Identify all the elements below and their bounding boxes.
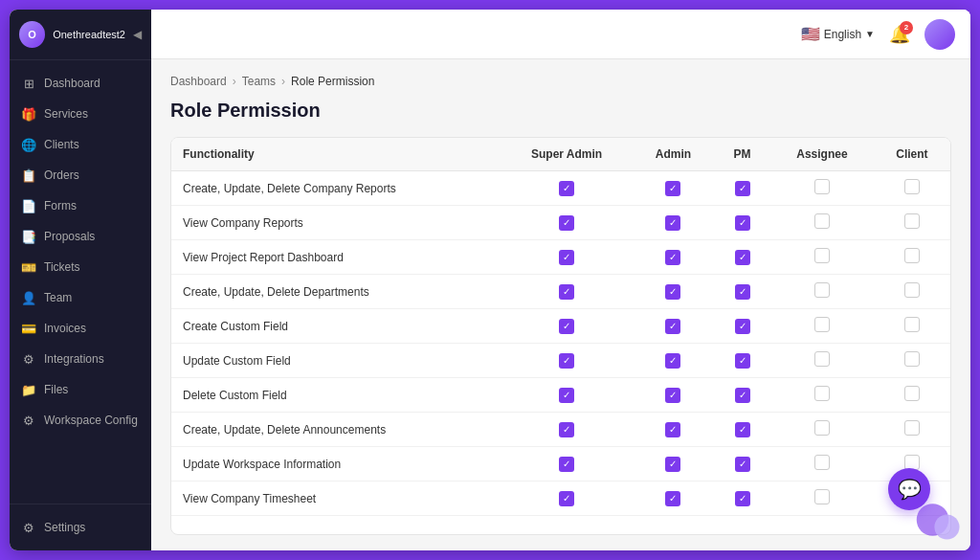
cell-client[interactable]	[874, 309, 950, 344]
sidebar-item-dashboard[interactable]: ⊞ Dashboard	[10, 68, 151, 99]
cell-client[interactable]	[874, 344, 950, 378]
cell-client[interactable]	[874, 240, 950, 275]
cell-client[interactable]	[874, 171, 950, 206]
cell-admin[interactable]: ✓	[633, 240, 715, 275]
checkbox-checked[interactable]: ✓	[665, 319, 680, 334]
cell-admin[interactable]: ✓	[633, 206, 715, 240]
checkbox-checked[interactable]: ✓	[559, 250, 574, 265]
checkbox-unchecked[interactable]	[814, 386, 830, 401]
cell-pm[interactable]: ✓	[714, 413, 770, 447]
sidebar-item-invoices[interactable]: 💳 Invoices	[10, 313, 151, 344]
checkbox-unchecked[interactable]	[904, 351, 920, 367]
cell-assignee[interactable]	[770, 240, 874, 275]
notification-bell[interactable]: 🔔 2	[886, 21, 913, 48]
cell-admin[interactable]: ✓	[633, 344, 715, 378]
cell-super_admin[interactable]: ✓	[501, 240, 633, 275]
checkbox-unchecked[interactable]	[904, 420, 920, 436]
checkbox-unchecked[interactable]	[904, 282, 920, 298]
checkbox-checked[interactable]: ✓	[735, 181, 750, 196]
cell-admin[interactable]: ✓	[633, 378, 715, 413]
cell-admin[interactable]: ✓	[633, 413, 715, 447]
cell-admin[interactable]: ✓	[633, 482, 715, 516]
cell-super_admin[interactable]: ✓	[501, 171, 633, 206]
cell-client[interactable]	[874, 275, 950, 309]
cell-super_admin[interactable]: ✓	[501, 378, 633, 413]
cell-pm[interactable]: ✓	[714, 378, 770, 413]
checkbox-checked[interactable]: ✓	[665, 491, 680, 506]
cell-assignee[interactable]	[770, 344, 874, 378]
sidebar-item-tickets[interactable]: 🎫 Tickets	[10, 252, 151, 282]
checkbox-checked[interactable]: ✓	[735, 284, 750, 300]
cell-pm[interactable]: ✓	[714, 171, 770, 206]
table-scroll[interactable]: FunctionalitySuper AdminAdminPMAssigneeC…	[171, 138, 950, 534]
checkbox-checked[interactable]: ✓	[559, 319, 574, 334]
breadcrumb-teams[interactable]: Teams	[242, 75, 276, 88]
cell-assignee[interactable]	[770, 206, 874, 240]
cell-pm[interactable]: ✓	[714, 206, 770, 240]
cell-client[interactable]	[874, 206, 950, 240]
checkbox-unchecked[interactable]	[814, 248, 830, 263]
checkbox-checked[interactable]: ✓	[665, 422, 680, 437]
sidebar-item-services[interactable]: 🎁 Services	[10, 99, 151, 129]
language-selector[interactable]: 🇺🇸 English ▼	[801, 25, 875, 43]
cell-super_admin[interactable]: ✓	[501, 206, 633, 240]
cell-client[interactable]	[874, 413, 950, 447]
sidebar-item-proposals[interactable]: 📑 Proposals	[10, 221, 151, 252]
cell-assignee[interactable]	[770, 171, 874, 206]
checkbox-checked[interactable]: ✓	[665, 457, 680, 472]
checkbox-checked[interactable]: ✓	[559, 284, 574, 300]
cell-admin[interactable]: ✓	[633, 275, 715, 309]
cell-admin[interactable]: ✓	[633, 171, 715, 206]
sidebar-item-forms[interactable]: 📄 Forms	[10, 190, 151, 221]
checkbox-unchecked[interactable]	[904, 248, 920, 263]
cell-pm[interactable]: ✓	[714, 240, 770, 275]
checkbox-unchecked[interactable]	[814, 179, 830, 194]
checkbox-checked[interactable]: ✓	[735, 215, 750, 231]
breadcrumb-dashboard[interactable]: Dashboard	[170, 75, 227, 88]
checkbox-unchecked[interactable]	[904, 317, 920, 332]
checkbox-checked[interactable]: ✓	[665, 388, 680, 403]
checkbox-checked[interactable]: ✓	[735, 491, 750, 506]
checkbox-checked[interactable]: ✓	[559, 181, 574, 196]
checkbox-checked[interactable]: ✓	[559, 215, 574, 231]
cell-admin[interactable]: ✓	[633, 309, 715, 344]
sidebar-item-orders[interactable]: 📋 Orders	[10, 160, 151, 190]
checkbox-unchecked[interactable]	[904, 386, 920, 401]
checkbox-checked[interactable]: ✓	[665, 181, 680, 196]
checkbox-checked[interactable]: ✓	[559, 422, 574, 437]
user-avatar[interactable]	[924, 19, 955, 50]
checkbox-unchecked[interactable]	[814, 420, 830, 436]
checkbox-checked[interactable]: ✓	[735, 250, 750, 265]
sidebar-item-team[interactable]: 👤 Team	[10, 282, 151, 313]
checkbox-checked[interactable]: ✓	[735, 457, 750, 472]
collapse-button[interactable]: ◀	[133, 28, 142, 41]
cell-pm[interactable]: ✓	[714, 309, 770, 344]
checkbox-unchecked[interactable]	[904, 213, 920, 229]
cell-super_admin[interactable]: ✓	[501, 482, 633, 516]
checkbox-checked[interactable]: ✓	[735, 422, 750, 437]
sidebar-item-integrations[interactable]: ⚙ Integrations	[10, 344, 151, 374]
cell-super_admin[interactable]: ✓	[501, 344, 633, 378]
cell-pm[interactable]: ✓	[714, 482, 770, 516]
checkbox-unchecked[interactable]	[814, 455, 830, 470]
cell-assignee[interactable]	[770, 309, 874, 344]
sidebar-item-workspace-config[interactable]: ⚙ Workspace Config	[10, 405, 151, 436]
cell-pm[interactable]: ✓	[714, 344, 770, 378]
cell-assignee[interactable]	[770, 378, 874, 413]
cell-assignee[interactable]	[770, 275, 874, 309]
checkbox-unchecked[interactable]	[814, 282, 830, 298]
sidebar-item-settings[interactable]: ⚙ Settings	[10, 512, 151, 543]
checkbox-checked[interactable]: ✓	[559, 457, 574, 472]
cell-super_admin[interactable]: ✓	[501, 309, 633, 344]
checkbox-checked[interactable]: ✓	[735, 353, 750, 369]
checkbox-unchecked[interactable]	[814, 351, 830, 367]
cell-assignee[interactable]	[770, 413, 874, 447]
checkbox-checked[interactable]: ✓	[559, 353, 574, 369]
sidebar-item-clients[interactable]: 🌐 Clients	[10, 129, 151, 160]
checkbox-checked[interactable]: ✓	[665, 284, 680, 300]
checkbox-checked[interactable]: ✓	[559, 388, 574, 403]
checkbox-unchecked[interactable]	[814, 317, 830, 332]
checkbox-checked[interactable]: ✓	[665, 215, 680, 231]
checkbox-unchecked[interactable]	[904, 179, 920, 194]
checkbox-checked[interactable]: ✓	[559, 491, 574, 506]
